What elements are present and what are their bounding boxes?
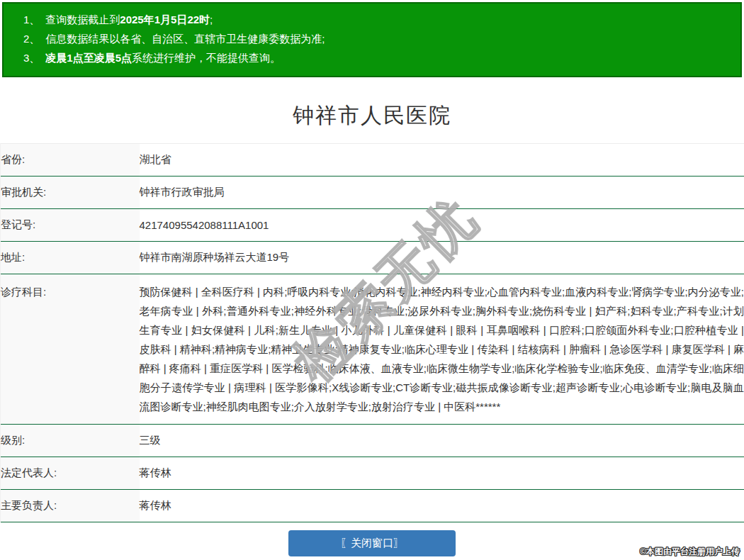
button-row: 〖关闭窗口〗	[0, 530, 744, 556]
notice-text: 系统进行维护，不能提供查询。	[132, 52, 281, 64]
notice-number: 1、	[23, 13, 40, 26]
image-source-note: ©本图由平台注册用户上传	[640, 546, 740, 558]
row-value: 湖北省	[140, 144, 744, 177]
table-row-level: 级别: 三级	[1, 425, 744, 457]
notice-line-2: 2、信息数据结果以各省、自治区、直辖市卫生健康委数据为准;	[23, 29, 733, 48]
table-row-main-person-in-charge: 主要负责人: 蒋传林	[1, 490, 744, 522]
notice-text: 信息数据结果以各省、自治区、直辖市卫生健康委数据为准;	[45, 33, 325, 45]
table-row-registration-number: 登记号: 42174095542088111A1001	[1, 209, 744, 242]
notice-number: 3、	[23, 52, 40, 64]
row-label: 诊疗科目:	[1, 274, 140, 425]
row-label: 主要负责人:	[1, 490, 140, 522]
notice-text-bold: 凌晨1点至凌晨5点	[45, 52, 132, 64]
row-label: 审批机关:	[1, 177, 140, 209]
row-value: 三级	[140, 425, 744, 457]
notice-text: 查询数据截止到	[45, 13, 120, 26]
row-value: 钟祥市南湖原种场祥云大道19号	[140, 242, 744, 274]
table-row-medical-departments: 诊疗科目: 预防保健科 | 全科医疗科 | 内科;呼吸内科专业;消化内科专业;神…	[1, 274, 744, 425]
hospital-info-table: 省份: 湖北省 审批机关: 钟祥市行政审批局 登记号: 421740955420…	[0, 143, 744, 522]
row-label: 地址:	[1, 242, 140, 274]
row-value: 蒋传林	[140, 490, 744, 522]
row-value: 蒋传林	[140, 457, 744, 490]
table-row-legal-representative: 法定代表人: 蒋传林	[1, 457, 744, 490]
table-row-province: 省份: 湖北省	[1, 144, 744, 177]
row-label: 级别:	[1, 425, 140, 457]
notice-text: ;	[210, 13, 213, 26]
row-label: 登记号:	[1, 209, 140, 242]
notice-line-3: 3、凌晨1点至凌晨5点系统进行维护，不能提供查询。	[23, 48, 733, 67]
table-row-address: 地址: 钟祥市南湖原种场祥云大道19号	[1, 242, 744, 274]
table-row-approval-authority: 审批机关: 钟祥市行政审批局	[1, 177, 744, 209]
notice-banner: 1、查询数据截止到2025年1月5日22时; 2、信息数据结果以各省、自治区、直…	[2, 2, 742, 77]
row-value: 钟祥市行政审批局	[140, 177, 744, 209]
notice-line-1: 1、查询数据截止到2025年1月5日22时;	[23, 10, 733, 29]
row-label: 法定代表人:	[1, 457, 140, 490]
page-title: 钟祥市人民医院	[0, 101, 744, 130]
row-value: 42174095542088111A1001	[140, 209, 744, 242]
row-label: 省份:	[1, 144, 140, 177]
notice-number: 2、	[23, 33, 40, 45]
row-value: 预防保健科 | 全科医疗科 | 内科;呼吸内科专业;消化内科专业;神经内科专业;…	[140, 274, 744, 425]
notice-text-bold: 2025年1月5日22时	[120, 13, 210, 26]
close-window-button[interactable]: 〖关闭窗口〗	[288, 530, 456, 556]
